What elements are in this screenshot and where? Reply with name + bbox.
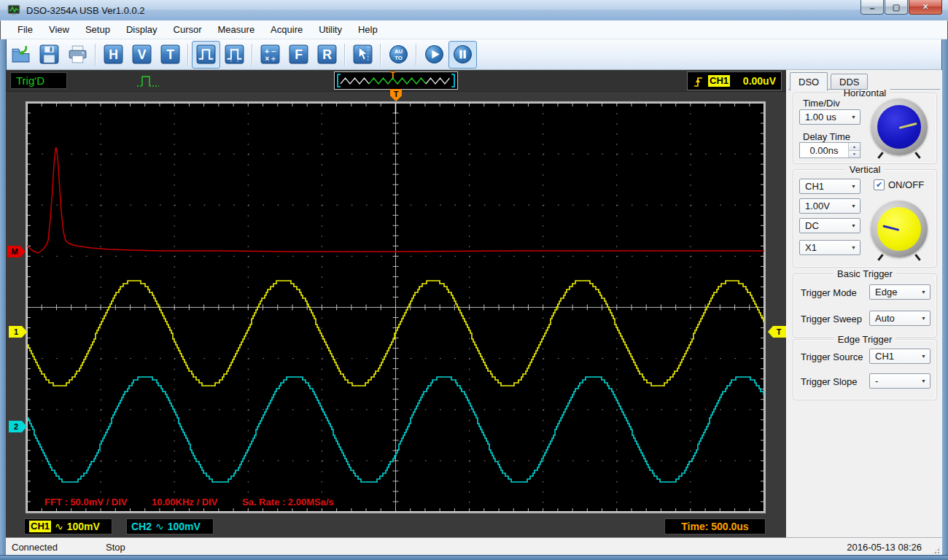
menu-item-view[interactable]: View bbox=[41, 21, 77, 38]
basic-trigger-group: Basic Trigger Trigger Mode Edge ▼ Trigge… bbox=[793, 273, 937, 338]
fft-readout: FFT : 50.0mV / DIV 10.00KHz / DIV Sa. Ra… bbox=[44, 497, 356, 508]
print-button[interactable] bbox=[63, 41, 92, 69]
menu-item-help[interactable]: Help bbox=[350, 21, 386, 38]
record-preview-wave bbox=[335, 72, 457, 89]
pause-button[interactable] bbox=[448, 41, 477, 69]
run-button[interactable] bbox=[420, 41, 448, 69]
time-window-readout: Time: 500.0us bbox=[664, 518, 766, 534]
vertical-knob[interactable] bbox=[871, 201, 928, 257]
spin-down-button[interactable]: ▼ bbox=[849, 151, 860, 158]
horizontal-panel-icon: H bbox=[103, 44, 124, 65]
vertical-panel-icon: V bbox=[131, 44, 152, 65]
toolbar-separator bbox=[416, 44, 417, 66]
autoset-icon: AUTO bbox=[388, 44, 409, 65]
probe-value: X1 bbox=[805, 242, 817, 253]
save-icon bbox=[39, 44, 60, 65]
chevron-down-icon: ▼ bbox=[921, 354, 926, 359]
app-window: DSO-3254A USB Ver1.0.0.2 – ▢ ✕ File View… bbox=[0, 0, 948, 560]
basic-trigger-title: Basic Trigger bbox=[834, 268, 896, 279]
svg-text:F: F bbox=[295, 47, 303, 62]
trigger-slope-select[interactable]: - ▼ bbox=[869, 373, 930, 389]
print-icon bbox=[67, 44, 88, 65]
pulse-width-trigger-button[interactable] bbox=[220, 41, 249, 69]
tab-dso[interactable]: DSO bbox=[790, 72, 828, 91]
trig-status-badge: Trig'D bbox=[10, 72, 67, 89]
vertical-panel-button[interactable]: V bbox=[128, 41, 156, 69]
menubar: File View Setup Display Cursor Measure A… bbox=[1, 20, 947, 39]
trigger-panel-button[interactable]: T bbox=[156, 41, 184, 69]
record-preview bbox=[334, 71, 458, 90]
trigger-source-select[interactable]: CH1 ▼ bbox=[869, 349, 930, 364]
coupling-select[interactable]: DC ▼ bbox=[799, 218, 860, 233]
menu-item-file[interactable]: File bbox=[9, 21, 41, 38]
horizontal-knob[interactable] bbox=[871, 98, 928, 155]
trigger-sweep-value: Auto bbox=[875, 313, 895, 324]
svg-text:TO: TO bbox=[395, 55, 403, 61]
trigger-mode-select[interactable]: Edge ▼ bbox=[869, 284, 930, 300]
channel-value: CH1 bbox=[805, 181, 824, 192]
readout-channel-badge: CH1 bbox=[708, 75, 730, 87]
trigger-sweep-label: Trigger Sweep bbox=[801, 314, 862, 324]
fft-button[interactable]: F bbox=[284, 41, 313, 69]
menu-item-acquire[interactable]: Acquire bbox=[263, 21, 311, 38]
window-border-right bbox=[941, 39, 948, 560]
resize-grip[interactable] bbox=[931, 545, 941, 555]
menu-item-measure[interactable]: Measure bbox=[210, 21, 263, 38]
preview-trigger-marker[interactable]: T bbox=[390, 70, 395, 80]
edge-trigger-title: Edge Trigger bbox=[834, 334, 895, 345]
delay-time-value: 0.00ns bbox=[800, 145, 848, 156]
pulse-indicator-icon bbox=[136, 73, 162, 89]
scope-graticule-and-waves bbox=[27, 103, 764, 512]
chevron-down-icon: ▼ bbox=[921, 316, 926, 321]
maximize-button[interactable]: ▢ bbox=[885, 0, 908, 15]
edge-trigger-button[interactable] bbox=[192, 41, 220, 69]
datetime: 2016-05-13 08:26 bbox=[847, 542, 922, 553]
delay-time-input[interactable]: 0.00ns ▲ ▼ bbox=[799, 142, 860, 158]
toolbar-separator bbox=[380, 44, 381, 66]
cursor-measure-button[interactable] bbox=[349, 41, 377, 69]
probe-select[interactable]: X1 ▼ bbox=[799, 240, 860, 255]
horizontal-panel-button[interactable]: H bbox=[99, 41, 128, 69]
refresh-button[interactable]: R bbox=[313, 41, 341, 69]
autoset-button[interactable]: AUTO bbox=[384, 41, 413, 69]
scope-display bbox=[26, 101, 766, 513]
menu-item-display[interactable]: Display bbox=[118, 21, 166, 38]
spin-up-button[interactable]: ▲ bbox=[849, 143, 860, 151]
app-icon bbox=[7, 4, 20, 16]
channel-select[interactable]: CH1 ▼ bbox=[799, 179, 860, 194]
menu-item-cursor[interactable]: Cursor bbox=[166, 21, 210, 38]
tab-dds[interactable]: DDS bbox=[831, 74, 868, 90]
trigger-sweep-select[interactable]: Auto ▼ bbox=[869, 311, 930, 326]
pulse-width-trigger-icon bbox=[224, 44, 245, 65]
titlebar: DSO-3254A USB Ver1.0.0.2 – ▢ ✕ bbox=[0, 0, 948, 21]
control-panel: DSO DDS Horizontal Time/Div 1.00 us ▼ De… bbox=[786, 70, 942, 537]
trigger-panel-icon: T bbox=[160, 44, 181, 65]
window-border-bottom bbox=[0, 555, 948, 560]
save-button[interactable] bbox=[35, 41, 63, 69]
trigger-status-strip: Trig'D T CH1 0.00uV bbox=[6, 71, 786, 92]
trigger-slope-value: - bbox=[875, 376, 878, 386]
volt-div-select[interactable]: 1.00V ▼ bbox=[799, 198, 860, 214]
menu-item-setup[interactable]: Setup bbox=[77, 21, 118, 38]
window-title: DSO-3254A USB Ver1.0.0.2 bbox=[26, 5, 145, 16]
delay-time-label: Delay Time bbox=[803, 131, 850, 142]
time-div-select[interactable]: 1.00 us ▼ bbox=[799, 109, 860, 125]
chevron-down-icon: ▼ bbox=[851, 245, 856, 250]
fft-sample-rate: Sa. Rate : 2.00MSa/s bbox=[242, 497, 334, 508]
open-button[interactable] bbox=[7, 41, 35, 69]
close-button[interactable]: ✕ bbox=[909, 0, 942, 15]
edge-trigger-icon bbox=[195, 44, 217, 65]
volt-div-value: 1.00V bbox=[805, 201, 830, 211]
rising-edge-icon bbox=[693, 74, 704, 88]
pause-icon bbox=[452, 44, 473, 65]
channel-onoff-checkbox[interactable]: ✔ ON/OFF bbox=[874, 179, 924, 190]
menu-item-utility[interactable]: Utility bbox=[311, 21, 350, 38]
knob-leg bbox=[914, 152, 921, 159]
minimize-button[interactable]: – bbox=[860, 0, 884, 15]
chevron-down-icon: ▼ bbox=[921, 378, 926, 384]
trigger-source-label: Trigger Source bbox=[801, 351, 863, 362]
vertical-group-title: Vertical bbox=[846, 164, 885, 175]
connection-status: Connected bbox=[12, 542, 58, 553]
math-button[interactable]: + −× ÷ bbox=[256, 41, 284, 69]
fft-freq-per-div: 10.00KHz / DIV bbox=[152, 497, 217, 508]
